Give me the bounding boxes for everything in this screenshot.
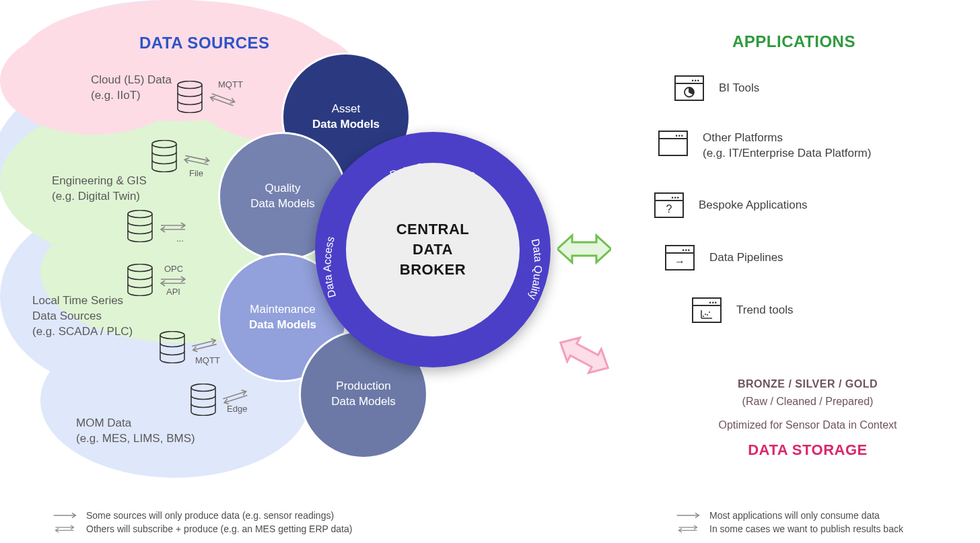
svg-point-10	[703, 316, 704, 317]
big-arrow-pink	[557, 335, 611, 378]
app-pipelines-label: Data Pipelines	[709, 251, 783, 264]
app-other-sub: (e.g. IT/Enterprise Data Platform)	[703, 147, 871, 159]
app-bi: ••• BI Tools	[674, 75, 759, 101]
svg-text:Data Access: Data Access	[321, 235, 338, 299]
apps-title: APPLICATIONS	[732, 32, 855, 51]
svg-point-13	[709, 312, 710, 313]
src-cloud-label: Cloud (L5) Data (e.g. IIoT)	[91, 73, 172, 104]
ring-right-label: Data Quality	[527, 238, 544, 301]
database-icon	[176, 81, 203, 113]
proto-etc: ...	[176, 233, 184, 244]
petal-maintenance-l1: Maintenance	[250, 303, 315, 316]
central-label: CENTRAL DATA BROKER	[346, 163, 520, 336]
legend-app2-text: In some cases we want to publish results…	[709, 523, 903, 534]
proto-opc: OPC	[164, 264, 183, 274]
proto-edge: Edge	[227, 404, 247, 414]
database-icon	[151, 140, 178, 172]
database-icon	[127, 210, 153, 242]
app-window-icon: •••	[658, 131, 688, 156]
proto-file: File	[189, 168, 203, 178]
big-arrow-green	[557, 229, 611, 272]
src2-l2: Data Sources	[32, 310, 102, 322]
database-icon	[190, 384, 217, 416]
central-ring: Data Governance Data Access Data Quality…	[315, 132, 551, 367]
src1-l1: Engineering & GIS	[52, 174, 147, 187]
app-trend-label: Trend tools	[736, 303, 793, 317]
src-ts-label: Local Time Series Data Sources (e.g. SCA…	[32, 293, 133, 340]
app-trend: ••• Trend tools	[692, 297, 793, 323]
svg-marker-7	[557, 236, 611, 262]
legend-src1: Some sources will only produce data (e.g…	[51, 510, 334, 521]
ring-left-label: Data Access	[321, 235, 338, 299]
petal-maintenance-l2: Data Models	[249, 318, 316, 331]
database-icon	[159, 331, 186, 363]
legend-src2-text: Others will subscribe + produce (e.g. an…	[86, 523, 352, 534]
src-eng-label: Engineering & GIS (e.g. Digital Twin)	[52, 174, 147, 205]
center-l2: DATA	[413, 241, 453, 258]
storage-title: DATA STORAGE	[700, 438, 915, 462]
legend-app2: In some cases we want to publish results…	[674, 523, 903, 534]
src2-l3: (e.g. SCADA / PLC)	[32, 325, 133, 338]
center-l1: CENTRAL	[396, 221, 470, 238]
app-window-icon: •••→	[665, 245, 695, 270]
svg-marker-8	[557, 335, 611, 375]
petal-quality-l1: Quality	[265, 182, 301, 194]
petal-asset-l1: Asset	[332, 102, 361, 115]
app-window-icon: •••	[692, 297, 722, 323]
src0-l2: (e.g. IIoT)	[91, 89, 141, 102]
proto-mqtt: MQTT	[218, 79, 243, 89]
app-other: ••• Other Platforms (e.g. IT/Enterprise …	[658, 131, 871, 161]
src3-l1: MOM Data	[76, 417, 131, 429]
legend-src2: Others will subscribe + produce (e.g. an…	[51, 523, 352, 534]
app-pipelines: •••→ Data Pipelines	[665, 245, 783, 270]
svg-point-12	[707, 314, 708, 316]
app-bespoke-label: Bespoke Applications	[699, 198, 808, 212]
svg-point-14	[653, 390, 680, 398]
legend-app1: Most applications will only consume data	[674, 510, 880, 521]
petal-quality-l2: Data Models	[250, 197, 314, 210]
app-bi-label: BI Tools	[719, 81, 759, 95]
proto-mqtt2: MQTT	[195, 355, 220, 365]
src0-l1: Cloud (L5) Data	[91, 73, 172, 86]
storage-text: BRONZE / SILVER / GOLD (Raw / Cleaned / …	[700, 375, 915, 462]
storage-optimized: Optimized for Sensor Data in Context	[700, 417, 915, 434]
src3-l2: (e.g. MES, LIMS, BMS)	[76, 432, 195, 445]
petal-production-l1: Production	[336, 379, 390, 392]
src2-l1: Local Time Series	[32, 294, 123, 307]
svg-text:Data Quality: Data Quality	[527, 238, 544, 301]
sources-title: DATA SOURCES	[139, 34, 270, 52]
storage-tiers-sub: (Raw / Cleaned / Prepared)	[700, 393, 915, 410]
src1-l2: (e.g. Digital Twin)	[52, 190, 140, 203]
legend-src1-text: Some sources will only produce data (e.g…	[86, 510, 334, 521]
src-mom-label: MOM Data (e.g. MES, LIMS, BMS)	[76, 416, 195, 447]
app-other-label: Other Platforms	[703, 131, 783, 144]
legend-app1-text: Most applications will only consume data	[709, 510, 880, 521]
petal-asset-l2: Data Models	[312, 118, 380, 131]
app-window-icon: •••?	[654, 192, 684, 218]
proto-api: API	[166, 287, 180, 297]
database-icon	[127, 264, 153, 296]
app-bespoke: •••? Bespoke Applications	[654, 192, 808, 218]
svg-point-11	[705, 314, 706, 315]
petal-production-l2: Data Models	[331, 395, 395, 408]
center-l3: BROKER	[400, 261, 466, 278]
app-window-icon: •••	[674, 75, 704, 101]
storage-db-icon	[652, 389, 681, 428]
storage-tiers: BRONZE / SILVER / GOLD	[700, 375, 915, 393]
